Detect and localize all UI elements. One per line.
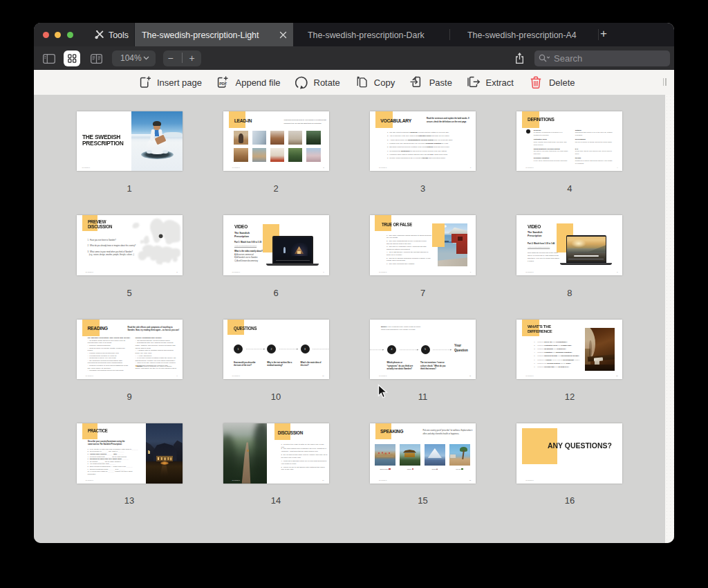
svg-text:PDF: PDF [219,82,227,86]
